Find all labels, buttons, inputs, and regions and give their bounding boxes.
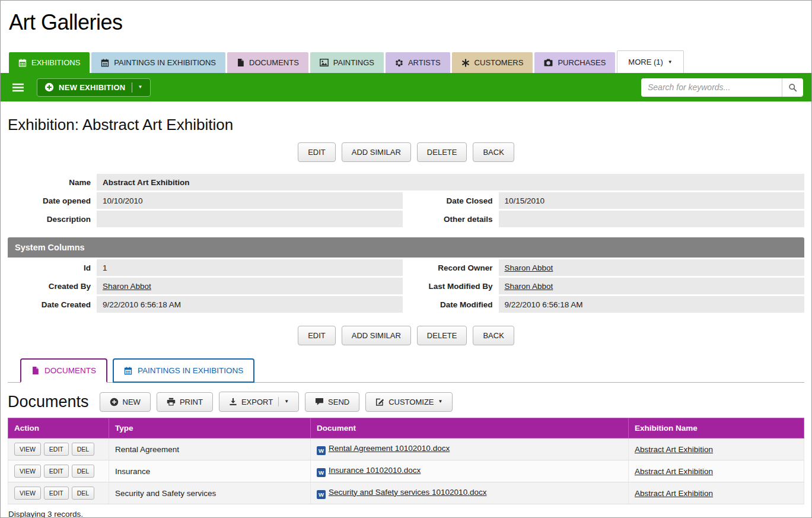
delete-row-button[interactable]: DEL	[72, 443, 94, 456]
button-label: EXPORT	[241, 398, 273, 406]
subtab-documents[interactable]: DOCUMENTS	[20, 358, 107, 383]
field-value-name: Abstract Art Exhibition	[97, 174, 804, 190]
field-value-record-owner: Sharon Abbot	[499, 259, 805, 276]
document-link[interactable]: Rental Agreement 10102010.docx	[329, 444, 450, 453]
menu-icon[interactable]	[9, 81, 27, 94]
table-row: VIEWEDITDEL Rental Agreement WRental Agr…	[8, 438, 804, 460]
last-modified-by-link[interactable]: Sharon Abbot	[505, 282, 553, 291]
documents-toolbar: Documents NEW PRINT EXPORT ▼ SEND C	[8, 392, 804, 412]
system-columns-header: System Columns	[8, 237, 804, 258]
subtab-label: DOCUMENTS	[44, 366, 96, 375]
delete-button-bottom[interactable]: DELETE	[417, 326, 467, 345]
add-similar-button-bottom[interactable]: ADD SIMILAR	[342, 326, 411, 345]
table-header-row: Action Type Document Exhibition Name	[8, 418, 804, 438]
delete-row-button[interactable]: DEL	[72, 487, 94, 500]
word-doc-icon: W	[317, 490, 326, 499]
delete-row-button[interactable]: DEL	[72, 465, 94, 478]
add-similar-button[interactable]: ADD SIMILAR	[342, 142, 411, 162]
tab-label: ARTISTS	[408, 58, 441, 67]
tab-customers[interactable]: CUSTOMERS	[452, 52, 533, 73]
field-value-date-modified: 9/22/2010 6:56:18 AM	[499, 296, 805, 313]
tab-exhibitions[interactable]: EXHIBITIONS	[9, 52, 90, 73]
edit-button[interactable]: EDIT	[298, 142, 336, 162]
print-button[interactable]: PRINT	[157, 392, 213, 412]
field-grid: Name Abstract Art Exhibition Date opened…	[8, 174, 804, 227]
view-button[interactable]: VIEW	[14, 443, 41, 456]
export-button[interactable]: EXPORT ▼	[219, 392, 299, 412]
search-input[interactable]	[641, 78, 782, 97]
asterisk-icon	[461, 59, 470, 67]
document-link[interactable]: Security and Safety services 10102010.do…	[329, 488, 486, 497]
field-label-description: Description	[8, 211, 97, 227]
field-value-id: 1	[97, 259, 403, 276]
edit-row-button[interactable]: EDIT	[44, 443, 69, 456]
column-header-type: Type	[109, 418, 311, 438]
chevron-down-icon: ▼	[138, 85, 143, 90]
new-button[interactable]: NEW	[100, 392, 151, 412]
documents-heading: Documents	[8, 393, 89, 411]
type-cell: Rental Agreement	[109, 438, 311, 460]
document-cell: WRental Agreement 10102010.docx	[311, 438, 629, 460]
tab-label: PAINTINGS IN EXHIBITIONS	[114, 58, 216, 67]
back-button[interactable]: BACK	[473, 142, 514, 162]
record-owner-link[interactable]: Sharon Abbot	[505, 263, 553, 272]
exhibition-link[interactable]: Abstract Art Exhibition	[635, 489, 713, 498]
sub-tab-bar: DOCUMENTS PAINTINGS IN EXHIBITIONS	[8, 358, 804, 383]
edit-row-button[interactable]: EDIT	[44, 487, 69, 500]
subtab-paintings-in-exhibitions[interactable]: PAINTINGS IN EXHIBITIONS	[113, 358, 254, 383]
calendar-icon	[101, 59, 109, 67]
printer-icon	[167, 398, 176, 406]
divider	[278, 397, 279, 406]
speech-bubble-icon	[315, 398, 324, 406]
exhibition-link[interactable]: Abstract Art Exhibition	[635, 445, 713, 454]
tab-artists[interactable]: ARTISTS	[386, 52, 450, 73]
tab-more[interactable]: MORE (1) ▼	[617, 50, 683, 73]
divider	[132, 82, 132, 93]
edit-button-bottom[interactable]: EDIT	[298, 326, 336, 345]
document-link[interactable]: Insurance 10102010.docx	[329, 466, 421, 475]
tab-label: DOCUMENTS	[249, 58, 299, 67]
button-label: SEND	[328, 398, 349, 406]
main-tab-bar: EXHIBITIONS PAINTINGS IN EXHIBITIONS DOC…	[1, 35, 811, 73]
field-value-date-closed: 10/15/2010	[499, 192, 805, 209]
field-value-date-opened: 10/10/2010	[97, 192, 403, 209]
tab-documents[interactable]: DOCUMENTS	[227, 52, 308, 73]
documents-table: Action Type Document Exhibition Name VIE…	[8, 418, 804, 504]
flower-icon	[395, 59, 403, 67]
field-label-other-details: Other details	[403, 211, 499, 227]
record-actions-top: EDIT ADD SIMILAR DELETE BACK	[8, 142, 804, 162]
field-label-date-modified: Date Modified	[403, 296, 499, 313]
image-icon	[320, 59, 329, 66]
document-cell: WInsurance 10102010.docx	[311, 460, 629, 482]
customize-button[interactable]: CUSTOMIZE ▼	[365, 392, 453, 412]
view-button[interactable]: VIEW	[14, 487, 41, 500]
send-button[interactable]: SEND	[305, 392, 359, 412]
field-label-created-by: Created By	[8, 278, 97, 294]
app-header: Art Galleries	[1, 1, 811, 35]
plus-circle-icon	[110, 398, 119, 406]
field-label-date-opened: Date opened	[8, 192, 97, 209]
view-button[interactable]: VIEW	[14, 465, 41, 478]
field-label-record-owner: Record Owner	[403, 259, 499, 276]
field-label-id: Id	[8, 259, 97, 276]
chevron-down-icon: ▼	[438, 399, 443, 404]
tab-purchases[interactable]: PURCHASES	[534, 52, 615, 73]
tab-paintings-in-exhibitions[interactable]: PAINTINGS IN EXHIBITIONS	[91, 52, 225, 73]
new-exhibition-button[interactable]: NEW EXHIBITION ▼	[37, 78, 151, 97]
tab-paintings[interactable]: PAINTINGS	[310, 52, 384, 73]
search-button[interactable]	[782, 78, 803, 97]
exhibition-link[interactable]: Abstract Art Exhibition	[635, 467, 713, 476]
created-by-link[interactable]: Sharon Abbot	[103, 282, 151, 291]
delete-button[interactable]: DELETE	[417, 142, 467, 162]
exhibition-cell: Abstract Art Exhibition	[629, 460, 804, 482]
field-label-last-modified-by: Last Modified By	[403, 278, 499, 294]
button-label: NEW EXHIBITION	[59, 83, 126, 92]
edit-row-button[interactable]: EDIT	[44, 465, 69, 478]
app-title: Art Galleries	[9, 10, 803, 35]
chevron-down-icon: ▼	[668, 60, 673, 65]
action-cell: VIEWEDITDEL	[8, 438, 109, 460]
art-galleries-app: Art Galleries EXHIBITIONS PAINTINGS IN E…	[1, 1, 811, 518]
back-button-bottom[interactable]: BACK	[473, 326, 514, 345]
table-row: VIEWEDITDEL Security and Safety services…	[8, 482, 804, 504]
tab-label: CUSTOMERS	[475, 58, 524, 67]
